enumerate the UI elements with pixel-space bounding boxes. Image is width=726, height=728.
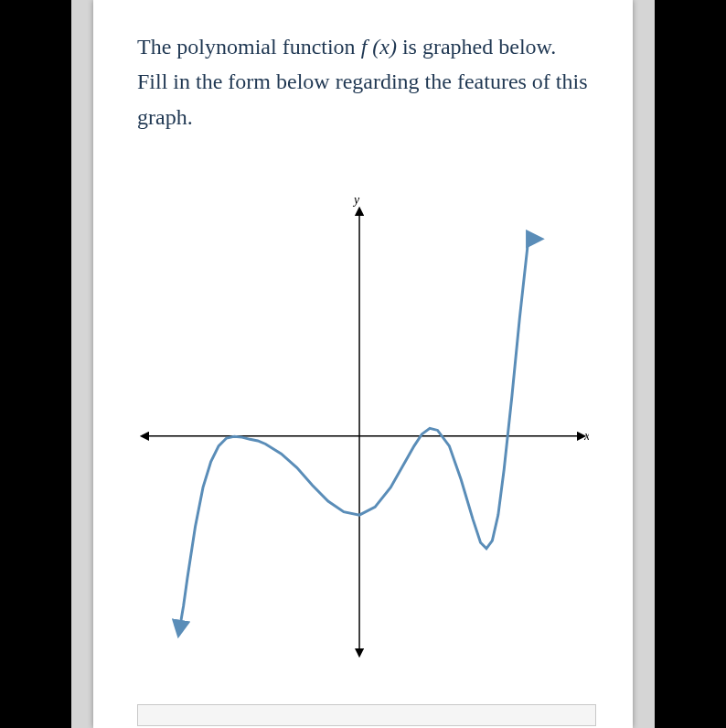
x-axis-label: x [583, 429, 589, 443]
y-axis-label: y [352, 193, 360, 207]
graph-svg: y x [137, 178, 589, 672]
function-curve [179, 239, 535, 629]
prompt-text-1: The polynomial function [137, 35, 361, 59]
polynomial-graph: y x [137, 178, 589, 672]
answer-input-area[interactable] [137, 704, 596, 726]
question-prompt: The polynomial function f (x) is graphed… [137, 29, 589, 134]
content-card: The polynomial function f (x) is graphed… [93, 0, 633, 728]
prompt-fn: f (x) [361, 35, 397, 59]
page-background: The polynomial function f (x) is graphed… [71, 0, 655, 728]
